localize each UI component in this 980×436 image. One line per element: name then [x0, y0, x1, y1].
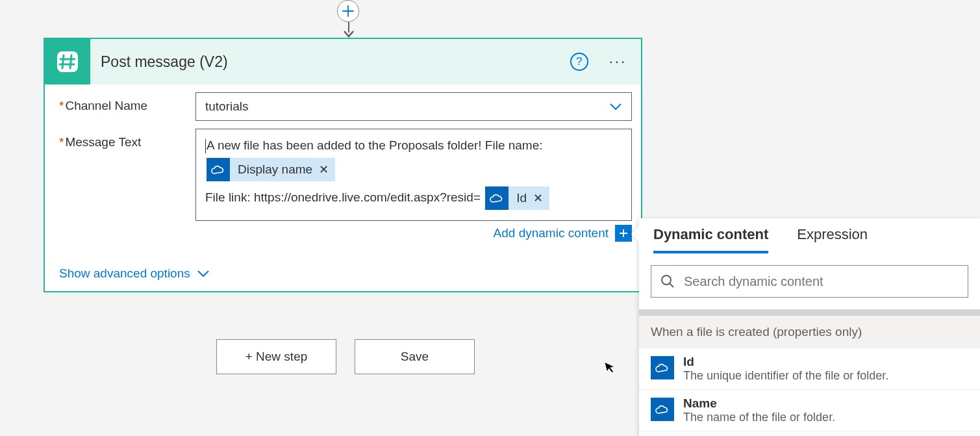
onedrive-icon [651, 398, 674, 421]
show-advanced-options-link[interactable]: Show advanced options [59, 266, 210, 281]
token-remove-button[interactable]: ✕ [319, 160, 335, 179]
channel-name-select[interactable]: tutorials [195, 92, 632, 121]
message-text-part2: File link: https://onedrive.live.com/edi… [205, 190, 481, 204]
dynamic-item-desc: The name of the file or folder. [683, 411, 835, 424]
dynamic-item-title: Id [683, 355, 888, 369]
token-id[interactable]: Id ✕ [485, 186, 549, 210]
onedrive-icon [207, 158, 230, 181]
more-menu-button[interactable]: ··· [609, 53, 627, 70]
new-step-button[interactable]: + New step [216, 339, 336, 374]
dynamic-item-title: Name [683, 396, 835, 411]
token-display-name[interactable]: Display name ✕ [207, 158, 335, 181]
field-channel-name: *Channel Name tutorials [59, 92, 632, 121]
dynamic-panel-tabs: Dynamic content Expression [639, 218, 980, 253]
channel-name-label: *Channel Name [59, 92, 195, 113]
search-icon [660, 274, 675, 289]
onedrive-icon [651, 356, 674, 379]
message-text-part1: A new file has been added to the Proposa… [207, 138, 543, 152]
dynamic-search-input[interactable] [684, 274, 959, 289]
dynamic-content-panel: Dynamic content Expression When a file i… [639, 218, 980, 436]
dynamic-search-box[interactable] [651, 265, 968, 298]
dynamic-item-name[interactable]: Name The name of the file or folder. [639, 390, 980, 431]
field-message-text: *Message Text A new file has been added … [59, 129, 632, 242]
tab-dynamic-content[interactable]: Dynamic content [653, 226, 768, 253]
plus-icon [342, 5, 354, 17]
svg-point-2 [662, 276, 671, 285]
arrow-down-icon [343, 22, 355, 39]
panel-divider [639, 309, 980, 316]
help-button[interactable]: ? [570, 53, 588, 71]
save-button[interactable]: Save [355, 339, 475, 374]
mouse-cursor [603, 359, 617, 375]
slack-hash-icon [45, 39, 90, 84]
onedrive-icon [485, 186, 509, 210]
footer-buttons: + New step Save [216, 339, 475, 374]
dynamic-group-header: When a file is created (properties only) [639, 316, 980, 348]
message-text-input[interactable]: A new file has been added to the Proposa… [195, 129, 632, 221]
dynamic-item-desc: The unique identifier of the file or fol… [683, 369, 888, 383]
action-card-post-message: Post message (V2) ? ··· *Channel Name tu… [44, 38, 642, 292]
add-dynamic-content-icon-button[interactable] [615, 225, 632, 242]
chevron-down-icon [197, 270, 210, 277]
svg-line-3 [670, 283, 673, 287]
chevron-down-icon [609, 103, 622, 110]
text-caret [205, 139, 206, 153]
plus-lightning-icon [619, 229, 628, 238]
token-remove-button[interactable]: ✕ [533, 189, 549, 208]
card-title: Post message (V2) [90, 53, 570, 71]
tab-expression[interactable]: Expression [797, 226, 868, 253]
add-dynamic-content-link[interactable]: Add dynamic content [494, 226, 609, 240]
channel-name-value: tutorials [205, 99, 249, 114]
card-body: *Channel Name tutorials *Message Text A … [45, 84, 641, 291]
message-text-label: *Message Text [59, 129, 195, 149]
card-header: Post message (V2) ? ··· [45, 39, 641, 84]
add-step-button[interactable] [337, 0, 359, 22]
svg-rect-1 [57, 51, 78, 72]
dynamic-item-id[interactable]: Id The unique identifier of the file or … [639, 348, 980, 390]
panel-callout-arrow [631, 226, 639, 242]
